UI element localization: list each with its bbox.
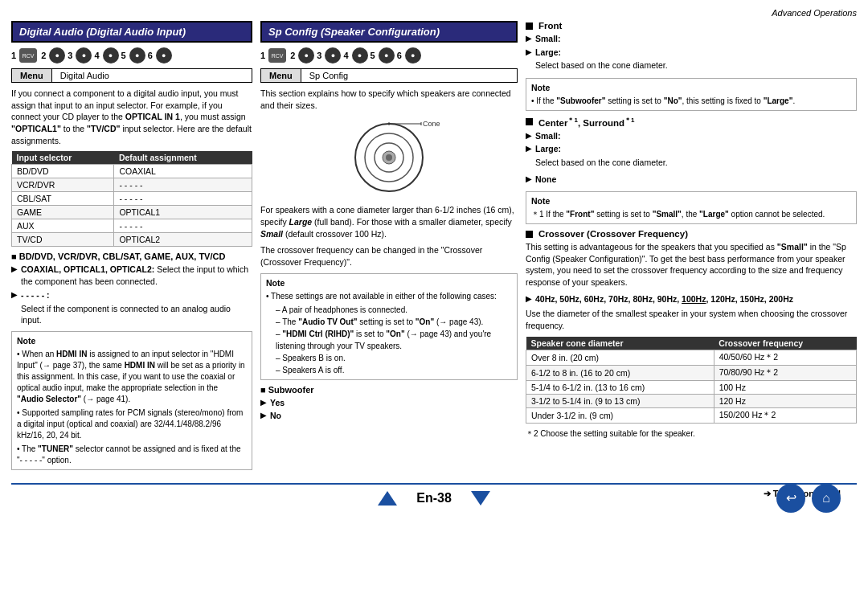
receiver-icon: RCV (19, 48, 37, 63)
mid-section-title: Sp Config (Speaker Configuration) (260, 21, 518, 43)
table-cell: 6-1/2 to 8 in. (16 to 20 cm) (526, 365, 714, 380)
center-desc: Select based on the cone diameter. (535, 157, 857, 169)
mid-body1: This section explains how to specify whi… (260, 88, 518, 111)
table-cell: COAXIAL (114, 165, 252, 178)
table-cell: CBL/SAT (12, 192, 114, 206)
col-input-selector: Input selector (12, 151, 114, 165)
crossover-title: Crossover (Crossover Frequency) (526, 229, 857, 239)
bd-dvd-heading: ■ BD/DVD, VCR/DVR, CBL/SAT, GAME, AUX, T… (11, 252, 252, 261)
footer-icon-group: ↩ ⌂ (776, 484, 841, 513)
table-cell: 5-1/4 to 6-1/2 in. (13 to 16 cm) (526, 380, 714, 394)
table-cell: VCR/DVR (12, 178, 114, 192)
next-page-icon[interactable] (471, 491, 490, 506)
crossover-section: Crossover (Crossover Frequency) This set… (526, 229, 857, 440)
col-speaker-diameter: Speaker cone diameter (526, 337, 714, 350)
front-small: ▶ Small: (526, 33, 857, 45)
col-crossover-freq: Crossover frequency (714, 337, 856, 350)
menu-label: Menu (12, 69, 52, 82)
table-cell: AUX (12, 219, 114, 233)
left-column: Digital Audio (Digital Audio Input) 1 RC… (11, 21, 252, 475)
assignment-table: Input selector Default assignment BD/DVD… (11, 151, 252, 247)
mid-step-row: 1 RCV 2 ● 3 ● 4 ● 5 ● 6 ● (260, 47, 518, 63)
page-number: En-38 (403, 491, 465, 506)
subwoofer-no: ▶ No (260, 410, 518, 422)
mid-column: Sp Config (Speaker Configuration) 1 RCV … (260, 21, 518, 475)
mid-body2: For speakers with a cone diameter larger… (260, 204, 518, 239)
dashes-desc: Select if the component is connected to … (21, 303, 252, 326)
table-cell: - - - - - (114, 219, 252, 233)
mid-body3: The crossover frequency can be changed i… (260, 244, 518, 268)
crossover-body: This setting is advantageous for the spe… (526, 241, 857, 289)
table-cell: 3-1/2 to 5-1/4 in. (9 to 13 cm) (526, 394, 714, 407)
home-button[interactable]: ⌂ (812, 484, 841, 513)
mid-menu-label: Menu (261, 69, 301, 82)
footer-nav: En-38 (378, 491, 490, 506)
left-note-box: Note • When an HDMI IN is assigned to an… (11, 331, 252, 470)
center-surround-title: Center＊1, Surround＊1 (526, 116, 857, 128)
back-button[interactable]: ↩ (776, 484, 805, 513)
table-cell: 150/200 Hz＊2 (714, 407, 856, 423)
table-cell: - - - - - (114, 192, 252, 206)
footer: ➔ To be continued En-38 ↩ ⌂ (11, 483, 857, 506)
table-cell: 70/80/90 Hz＊2 (714, 365, 856, 380)
center-surround-section: Center＊1, Surround＊1 ▶ Small: ▶ Large: S… (526, 116, 857, 186)
mid-menu-bar: Menu Sp Config (260, 68, 518, 83)
left-menu-bar: Menu Digital Audio (11, 68, 252, 83)
table-cell: - - - - - (114, 178, 252, 192)
coaxial-bullet: ▶ COAXIAL, OPTICAL1, OPTICAL2: Select th… (11, 264, 252, 287)
table-cell: OPTICAL2 (114, 233, 252, 247)
page: Advanced Operations Digital Audio (Digit… (0, 0, 868, 614)
table-cell: 40/50/60 Hz＊2 (714, 350, 856, 365)
svg-text:Cone diameter: Cone diameter (423, 120, 441, 128)
table-cell: TV/CD (12, 233, 114, 247)
crossover-note: Use the diameter of the smallest speaker… (526, 308, 857, 331)
left-step-row: 1 RCV 2 ● 3 ● 4 ● 5 ● 6 ● (11, 47, 252, 63)
digital-audio-label: Digital Audio (52, 69, 117, 82)
mid-note-box: Note • These settings are not available … (260, 273, 518, 380)
table-cell: OPTICAL1 (114, 206, 252, 219)
subwoofer-heading: ■ Subwoofer (260, 385, 518, 395)
center-large: ▶ Large: (526, 143, 857, 155)
cone-diagram: Cone diameter (260, 117, 518, 198)
table-cell: Under 3-1/2 in. (9 cm) (526, 407, 714, 423)
left-section-title: Digital Audio (Digital Audio Input) (11, 21, 252, 43)
subwoofer-yes: ▶ Yes (260, 397, 518, 409)
front-section: Front ▶ Small: ▶ Large: Select based on … (526, 21, 857, 72)
svg-point-4 (386, 154, 392, 161)
front-title: Front (526, 21, 857, 31)
left-body-text: If you connect a component to a digital … (11, 88, 252, 146)
front-large: ▶ Large: (526, 47, 857, 59)
table-cell: BD/DVD (12, 165, 114, 178)
mid-receiver-icon: RCV (268, 48, 286, 63)
table-cell: Over 8 in. (20 cm) (526, 350, 714, 365)
center-small: ▶ Small: (526, 130, 857, 142)
sp-config-label: Sp Config (301, 69, 356, 82)
center-note-box: Note ＊1 If the "Front" setting is set to… (526, 191, 857, 224)
table-cell: 100 Hz (714, 380, 856, 394)
right-column: Front ▶ Small: ▶ Large: Select based on … (526, 21, 857, 475)
prev-page-icon[interactable] (378, 491, 397, 506)
freq-list: ▶ 40Hz, 50Hz, 60Hz, 70Hz, 80Hz, 90Hz, 10… (526, 293, 857, 305)
footnote: ＊2 Choose the setting suitable for the s… (526, 428, 857, 440)
table-cell: GAME (12, 206, 114, 219)
dashes-bullet: ▶ - - - - - : (11, 289, 252, 301)
front-note-box: Note • If the "Subwoofer" setting is set… (526, 78, 857, 111)
front-desc: Select based on the cone diameter. (535, 59, 857, 72)
table-cell: 120 Hz (714, 394, 856, 407)
center-none: ▶ None (526, 174, 857, 186)
page-section-label: Advanced Operations (11, 8, 857, 18)
col-default-assignment: Default assignment (114, 151, 252, 165)
crossover-table: Speaker cone diameter Crossover frequenc… (526, 337, 857, 424)
